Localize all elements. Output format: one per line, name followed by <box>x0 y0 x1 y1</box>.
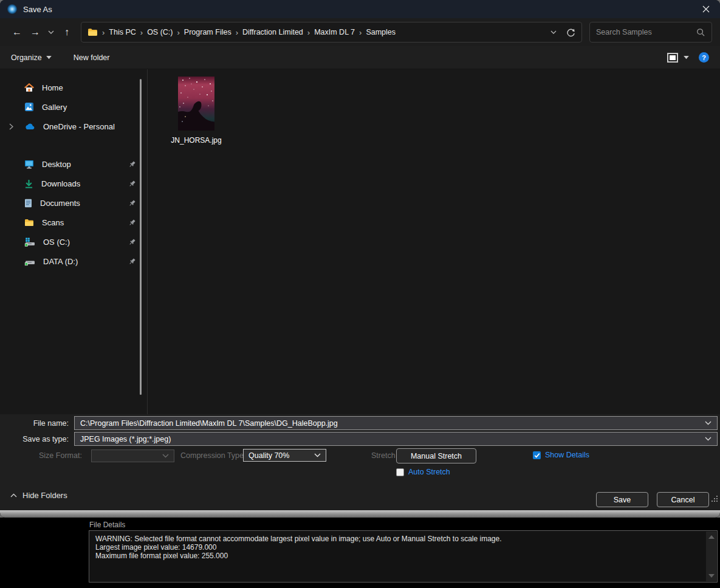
stretch-label: Stretch <box>371 451 396 460</box>
chevron-down-icon <box>684 56 689 60</box>
sidebar-item-label: OneDrive - Personal <box>43 122 115 131</box>
details-scrollbar[interactable] <box>706 532 716 581</box>
pin-icon[interactable] <box>128 180 136 188</box>
view-options-button[interactable] <box>667 53 689 63</box>
breadcrumb-separator[interactable]: › <box>359 28 362 37</box>
sidebar-item-documents[interactable]: Documents <box>0 193 147 213</box>
resize-grip[interactable] <box>711 496 718 502</box>
breadcrumb-separator[interactable]: › <box>177 28 180 37</box>
sidebar-item-home[interactable]: Home <box>0 78 147 97</box>
compression-type-combobox[interactable]: Quality 70% <box>243 449 326 462</box>
address-bar[interactable]: › This PC › OS (C:) › Program Files › Di… <box>81 22 582 43</box>
save-button[interactable]: Save <box>596 492 648 507</box>
help-button[interactable]: ? <box>699 52 709 63</box>
pin-icon[interactable] <box>128 238 136 246</box>
file-list-area: JN_HORSA.jpg <box>148 69 720 414</box>
sidebar-item-label: Downloads <box>41 179 80 188</box>
view-icon <box>667 53 678 63</box>
close-icon[interactable] <box>692 0 720 18</box>
sidebar-item-data-d[interactable]: DATA (D:) <box>0 251 147 271</box>
sidebar-item-scans[interactable]: Scans <box>0 213 147 232</box>
dialog-bottom-edge <box>0 510 720 518</box>
show-details-option[interactable]: Show Details <box>533 451 589 459</box>
breadcrumb-item-this-pc[interactable]: This PC <box>109 28 135 36</box>
sidebar: Home Gallery OneDriv <box>0 69 148 414</box>
sidebar-item-gallery[interactable]: Gallery <box>0 97 147 117</box>
auto-stretch-checkbox[interactable] <box>396 468 404 476</box>
breadcrumb-separator[interactable]: › <box>236 28 238 37</box>
breadcrumb-item-os-c[interactable]: OS (C:) <box>147 28 173 36</box>
cancel-button[interactable]: Cancel <box>657 492 709 507</box>
sidebar-item-label: OS (C:) <box>43 238 70 247</box>
file-name-row: File name: C:\Program Files\Diffraction … <box>0 416 720 430</box>
back-icon[interactable]: ← <box>8 22 26 42</box>
os-drive-icon <box>24 238 35 247</box>
sidebar-item-label: Desktop <box>42 160 71 169</box>
sidebar-item-os-c[interactable]: OS (C:) <box>0 232 147 251</box>
scroll-up-icon[interactable] <box>708 535 715 539</box>
nebula-thumbnail <box>178 77 214 131</box>
hide-folders-button[interactable]: Hide Folders <box>10 491 67 500</box>
compression-type-label: Compression Type: <box>180 451 245 460</box>
breadcrumb-separator[interactable]: › <box>140 28 143 37</box>
folder-icon <box>87 28 98 36</box>
chevron-down-icon[interactable] <box>705 437 711 441</box>
gallery-icon <box>24 102 34 112</box>
breadcrumb-item-program-files[interactable]: Program Files <box>184 28 231 36</box>
file-details-title: File Details <box>89 521 125 529</box>
downloads-arrow-icon <box>24 179 33 188</box>
titlebar: Save As <box>0 0 720 18</box>
navigation-bar: ← → ↑ › This PC › OS (C:) › Program File… <box>0 18 720 46</box>
file-name-value: C:\Program Files\Diffraction Limited\Max… <box>80 419 338 428</box>
show-details-label: Show Details <box>545 451 589 459</box>
desktop-monitor-icon <box>24 160 34 169</box>
auto-stretch-option[interactable]: Auto Stretch <box>396 468 450 476</box>
breadcrumb-item-diffraction-limited[interactable]: Diffraction Limited <box>242 28 303 36</box>
sidebar-scrollbar[interactable] <box>140 79 142 395</box>
address-dropdown-chevron-icon[interactable] <box>550 30 557 35</box>
refresh-icon[interactable] <box>566 28 575 37</box>
file-name-combobox[interactable]: C:\Program Files\Diffraction Limited\Max… <box>74 416 718 430</box>
sidebar-item-label: Home <box>42 83 63 92</box>
file-item-jn-horsa[interactable]: JN_HORSA.jpg <box>170 77 223 145</box>
sidebar-item-label: Documents <box>40 199 80 208</box>
sidebar-item-label: Gallery <box>42 103 67 112</box>
pin-icon[interactable] <box>128 258 136 265</box>
pin-icon[interactable] <box>128 219 136 227</box>
sidebar-item-desktop[interactable]: Desktop <box>0 154 147 174</box>
file-name-label: JN_HORSA.jpg <box>170 136 223 145</box>
save-as-type-value: JPEG Images (*.jpg;*.jpeg) <box>80 435 171 443</box>
compression-type-value: Quality 70% <box>249 451 289 460</box>
file-name-field-label: File name: <box>0 419 74 428</box>
scroll-down-icon[interactable] <box>708 574 715 578</box>
pin-icon[interactable] <box>128 199 136 207</box>
save-as-type-field-label: Save as type: <box>0 435 74 443</box>
document-icon <box>24 199 32 208</box>
onedrive-cloud-icon <box>24 123 35 130</box>
chevron-down-icon[interactable] <box>705 421 711 425</box>
sidebar-item-downloads[interactable]: Downloads <box>0 174 147 193</box>
sidebar-item-onedrive[interactable]: OneDrive - Personal <box>0 117 147 136</box>
pin-icon[interactable] <box>128 160 136 168</box>
breadcrumb-item-samples[interactable]: Samples <box>366 28 396 36</box>
save-as-type-combobox[interactable]: JPEG Images (*.jpg;*.jpeg) <box>74 432 718 446</box>
show-details-checkbox[interactable] <box>533 451 541 459</box>
breadcrumb-item-maxim-dl-7[interactable]: MaxIm DL 7 <box>314 28 355 36</box>
save-as-type-row: Save as type: JPEG Images (*.jpg;*.jpeg) <box>0 432 720 446</box>
manual-stretch-button[interactable]: Manual Stretch <box>396 448 476 463</box>
breadcrumb-separator[interactable]: › <box>307 28 310 37</box>
search-input[interactable] <box>596 28 696 36</box>
search-box[interactable] <box>589 22 712 43</box>
organize-label: Organize <box>11 53 42 62</box>
chevron-down-icon[interactable] <box>314 453 321 457</box>
recent-locations-chevron-icon[interactable] <box>44 22 58 42</box>
content-area: Home Gallery OneDriv <box>0 69 720 414</box>
expand-chevron-icon[interactable] <box>9 123 13 130</box>
forward-icon[interactable]: → <box>26 22 44 42</box>
file-details-max-value-line: Maximum file format pixel value: 255.000 <box>95 552 701 560</box>
format-options-row: Size Format: Compression Type: Quality 7… <box>0 446 720 484</box>
up-icon[interactable]: ↑ <box>58 22 76 42</box>
new-folder-button[interactable]: New folder <box>74 53 110 62</box>
breadcrumb-separator[interactable]: › <box>102 28 105 37</box>
organize-button[interactable]: Organize <box>11 53 52 62</box>
